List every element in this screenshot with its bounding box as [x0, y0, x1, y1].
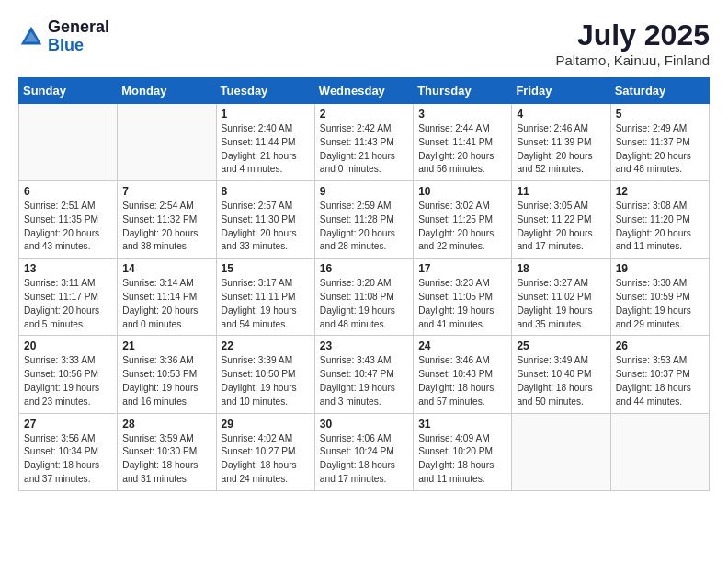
day-number: 18	[517, 262, 605, 275]
calendar-cell: 27Sunrise: 3:56 AM Sunset: 10:34 PM Dayl…	[19, 413, 118, 490]
calendar-table: SundayMondayTuesdayWednesdayThursdayFrid…	[18, 77, 710, 491]
day-info: Sunrise: 2:42 AM Sunset: 11:43 PM Daylig…	[320, 122, 408, 177]
day-info: Sunrise: 3:17 AM Sunset: 11:11 PM Daylig…	[222, 277, 310, 331]
calendar-cell: 4Sunrise: 2:46 AM Sunset: 11:39 PM Dayli…	[512, 104, 610, 181]
day-number: 15	[222, 262, 310, 275]
day-number: 19	[616, 262, 704, 275]
day-info: Sunrise: 3:49 AM Sunset: 10:40 PM Daylig…	[517, 354, 605, 408]
logo-text: General Blue	[48, 18, 109, 55]
calendar-week-row: 20Sunrise: 3:33 AM Sunset: 10:56 PM Dayl…	[19, 336, 710, 413]
logo-icon	[18, 24, 44, 50]
calendar-cell: 21Sunrise: 3:36 AM Sunset: 10:53 PM Dayl…	[118, 336, 216, 413]
day-info: Sunrise: 3:23 AM Sunset: 11:05 PM Daylig…	[418, 277, 506, 331]
calendar-cell	[512, 413, 610, 490]
day-info: Sunrise: 3:59 AM Sunset: 10:30 PM Daylig…	[122, 432, 210, 487]
calendar-cell: 31Sunrise: 4:09 AM Sunset: 10:20 PM Dayl…	[414, 413, 512, 490]
day-info: Sunrise: 3:11 AM Sunset: 11:17 PM Daylig…	[24, 277, 112, 331]
day-info: Sunrise: 3:39 AM Sunset: 10:50 PM Daylig…	[222, 354, 310, 408]
weekday-header: Sunday	[19, 78, 118, 104]
day-number: 25	[517, 339, 605, 352]
calendar-cell	[118, 104, 216, 181]
calendar-cell: 15Sunrise: 3:17 AM Sunset: 11:11 PM Dayl…	[216, 259, 314, 336]
day-number: 3	[418, 108, 506, 121]
calendar-cell: 8Sunrise: 2:57 AM Sunset: 11:30 PM Dayli…	[216, 181, 314, 259]
day-info: Sunrise: 2:57 AM Sunset: 11:30 PM Daylig…	[222, 200, 310, 254]
day-number: 17	[418, 262, 506, 275]
day-info: Sunrise: 4:02 AM Sunset: 10:27 PM Daylig…	[222, 432, 310, 487]
calendar-week-row: 1Sunrise: 2:40 AM Sunset: 11:44 PM Dayli…	[19, 104, 710, 181]
day-number: 26	[616, 339, 704, 352]
calendar-cell: 2Sunrise: 2:42 AM Sunset: 11:43 PM Dayli…	[314, 104, 413, 181]
weekday-header: Wednesday	[314, 78, 413, 104]
day-info: Sunrise: 3:36 AM Sunset: 10:53 PM Daylig…	[122, 354, 210, 408]
weekday-header: Thursday	[414, 78, 512, 104]
calendar-cell: 30Sunrise: 4:06 AM Sunset: 10:24 PM Dayl…	[314, 413, 413, 490]
day-info: Sunrise: 2:40 AM Sunset: 11:44 PM Daylig…	[222, 122, 310, 177]
day-number: 12	[616, 185, 704, 198]
calendar-week-row: 13Sunrise: 3:11 AM Sunset: 11:17 PM Dayl…	[19, 259, 710, 336]
day-number: 7	[122, 185, 210, 198]
day-info: Sunrise: 2:49 AM Sunset: 11:37 PM Daylig…	[616, 122, 704, 177]
day-info: Sunrise: 3:43 AM Sunset: 10:47 PM Daylig…	[320, 354, 408, 408]
calendar-cell: 5Sunrise: 2:49 AM Sunset: 11:37 PM Dayli…	[610, 104, 709, 181]
day-info: Sunrise: 2:46 AM Sunset: 11:39 PM Daylig…	[517, 122, 605, 177]
weekday-header-row: SundayMondayTuesdayWednesdayThursdayFrid…	[19, 78, 710, 104]
day-number: 1	[222, 108, 310, 121]
weekday-header: Monday	[118, 78, 216, 104]
day-number: 9	[320, 185, 408, 198]
day-info: Sunrise: 4:06 AM Sunset: 10:24 PM Daylig…	[320, 432, 408, 487]
day-number: 29	[222, 418, 310, 431]
calendar-cell: 16Sunrise: 3:20 AM Sunset: 11:08 PM Dayl…	[314, 259, 413, 336]
day-info: Sunrise: 3:08 AM Sunset: 11:20 PM Daylig…	[616, 200, 704, 254]
calendar-cell: 17Sunrise: 3:23 AM Sunset: 11:05 PM Dayl…	[414, 259, 512, 336]
calendar-week-row: 6Sunrise: 2:51 AM Sunset: 11:35 PM Dayli…	[19, 181, 710, 259]
calendar-cell: 20Sunrise: 3:33 AM Sunset: 10:56 PM Dayl…	[19, 336, 118, 413]
weekday-header: Saturday	[610, 78, 709, 104]
day-info: Sunrise: 3:30 AM Sunset: 10:59 PM Daylig…	[616, 277, 704, 331]
calendar-cell: 9Sunrise: 2:59 AM Sunset: 11:28 PM Dayli…	[314, 181, 413, 259]
logo: General Blue	[18, 18, 109, 55]
calendar-cell: 13Sunrise: 3:11 AM Sunset: 11:17 PM Dayl…	[19, 259, 118, 336]
calendar-week-row: 27Sunrise: 3:56 AM Sunset: 10:34 PM Dayl…	[19, 413, 710, 490]
calendar-cell: 12Sunrise: 3:08 AM Sunset: 11:20 PM Dayl…	[610, 181, 709, 259]
calendar-cell	[610, 413, 709, 490]
day-number: 14	[122, 262, 210, 275]
day-info: Sunrise: 2:51 AM Sunset: 11:35 PM Daylig…	[24, 200, 112, 254]
page-header: General Blue July 2025 Paltamo, Kainuu, …	[18, 18, 710, 68]
day-number: 8	[222, 185, 310, 198]
day-number: 21	[122, 339, 210, 352]
location: Paltamo, Kainuu, Finland	[555, 52, 710, 68]
calendar-cell: 11Sunrise: 3:05 AM Sunset: 11:22 PM Dayl…	[512, 181, 610, 259]
day-info: Sunrise: 3:56 AM Sunset: 10:34 PM Daylig…	[24, 432, 112, 487]
calendar-cell: 14Sunrise: 3:14 AM Sunset: 11:14 PM Dayl…	[118, 259, 216, 336]
day-number: 22	[222, 339, 310, 352]
day-info: Sunrise: 3:27 AM Sunset: 11:02 PM Daylig…	[517, 277, 605, 331]
title-block: July 2025 Paltamo, Kainuu, Finland	[555, 18, 710, 68]
logo-blue: Blue	[48, 37, 109, 55]
day-number: 20	[24, 339, 112, 352]
calendar-cell	[19, 104, 118, 181]
day-number: 28	[122, 418, 210, 431]
day-number: 4	[517, 108, 605, 121]
day-number: 10	[418, 185, 506, 198]
month-year: July 2025	[555, 18, 710, 52]
logo-general: General	[48, 18, 109, 37]
day-number: 31	[418, 418, 506, 431]
calendar-cell: 19Sunrise: 3:30 AM Sunset: 10:59 PM Dayl…	[610, 259, 709, 336]
day-info: Sunrise: 3:46 AM Sunset: 10:43 PM Daylig…	[418, 354, 506, 408]
day-number: 13	[24, 262, 112, 275]
calendar-cell: 18Sunrise: 3:27 AM Sunset: 11:02 PM Dayl…	[512, 259, 610, 336]
day-info: Sunrise: 4:09 AM Sunset: 10:20 PM Daylig…	[418, 432, 506, 487]
calendar-cell: 23Sunrise: 3:43 AM Sunset: 10:47 PM Dayl…	[314, 336, 413, 413]
day-info: Sunrise: 3:14 AM Sunset: 11:14 PM Daylig…	[122, 277, 210, 331]
day-info: Sunrise: 3:53 AM Sunset: 10:37 PM Daylig…	[616, 354, 704, 408]
day-number: 16	[320, 262, 408, 275]
day-number: 2	[320, 108, 408, 121]
calendar-cell: 6Sunrise: 2:51 AM Sunset: 11:35 PM Dayli…	[19, 181, 118, 259]
day-info: Sunrise: 3:33 AM Sunset: 10:56 PM Daylig…	[24, 354, 112, 408]
day-number: 24	[418, 339, 506, 352]
calendar-cell: 26Sunrise: 3:53 AM Sunset: 10:37 PM Dayl…	[610, 336, 709, 413]
calendar-cell: 28Sunrise: 3:59 AM Sunset: 10:30 PM Dayl…	[118, 413, 216, 490]
day-number: 30	[320, 418, 408, 431]
day-info: Sunrise: 3:05 AM Sunset: 11:22 PM Daylig…	[517, 200, 605, 254]
